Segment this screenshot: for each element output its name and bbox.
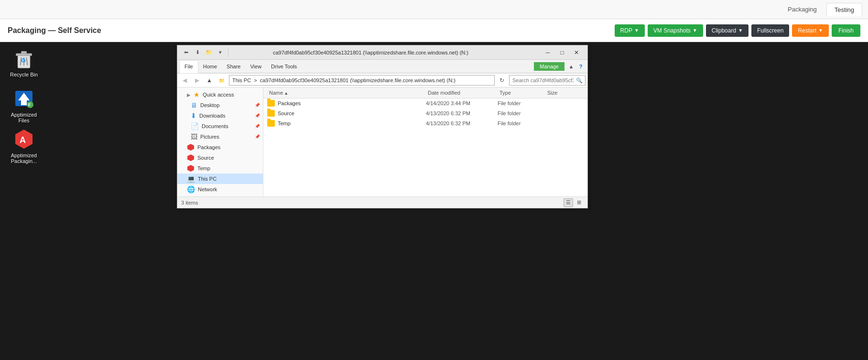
file-list: Name▲ Date modified Type Size Packages 4… [263,87,587,196]
file-row-temp[interactable]: Temp 4/13/2020 6:32 PM File folder [263,119,587,129]
col-name-header[interactable]: Name▲ [267,88,426,97]
recycle-bin-label: Recycle Bin [10,72,38,77]
nav-thispc[interactable]: 💻 This PC [177,174,263,184]
nav-documents[interactable]: 📄 Documents 📌 [177,121,263,131]
ribbon-tab-home[interactable]: Home [198,60,222,73]
back-button[interactable]: ◀ [179,75,190,86]
col-modified-header[interactable]: Date modified [426,88,498,97]
finish-button[interactable]: Finish [832,24,860,37]
search-icon: 🔍 [576,77,583,84]
ribbon-tab-file[interactable]: File [179,60,198,73]
apptimized-packaging-icon[interactable]: A Apptimized Packagin... [7,126,41,166]
manage-tab[interactable]: Manage [534,62,564,71]
apptimized-files-label: Apptimized Files [9,112,39,123]
ribbon: File Home Share View Drive Tools Manage … [177,60,587,74]
header-actions: RDP▼ VM Snapshots▼ Clipboard▼ Fullscreen… [615,24,860,37]
view-buttons: ☰ ⊞ [564,198,584,207]
ribbon-tab-drive-tools[interactable]: Drive Tools [266,60,302,73]
fullscreen-button[interactable]: Fullscreen [751,24,789,37]
file-row-source[interactable]: Source 4/13/2020 6:32 PM File folder [263,109,587,119]
address-bar-input[interactable] [229,75,495,86]
header: Packaging — Self Service RDP▼ VM Snapsho… [0,19,868,42]
file-modified: 4/14/2020 3:44 PM [426,100,498,106]
tab-packaging[interactable]: Packaging [780,3,825,16]
nav-temp[interactable]: Temp [177,163,263,174]
window-controls: ─ □ ✕ [541,47,584,58]
restart-button[interactable]: Restart▼ [792,24,829,37]
minimize-button[interactable]: ─ [541,47,555,58]
recent-locations-btn[interactable]: 📁 [217,75,227,86]
folder-icon [267,100,275,107]
file-type: File folder [498,110,545,116]
forward-button[interactable]: ▶ [192,75,202,86]
rdp-button[interactable]: RDP▼ [615,24,645,37]
explorer-body: ▶ ★ Quick access 🖥 Desktop 📌 ⬇ Downloads… [177,87,587,196]
file-modified: 4/13/2020 6:32 PM [426,110,498,116]
nav-network[interactable]: 🌐 Network [177,184,263,195]
vm-snapshots-button[interactable]: VM Snapshots▼ [648,24,703,37]
file-modified: 4/13/2020 6:32 PM [426,120,498,126]
ribbon-tab-view[interactable]: View [245,60,266,73]
col-type-header[interactable]: Type [498,88,545,97]
up-button[interactable]: ▲ [204,75,215,86]
nav-pictures[interactable]: 🖼 Pictures 📌 [177,131,263,142]
apptimized-files-icon[interactable]: F Apptimized Files [7,85,41,125]
svg-text:F: F [28,102,31,107]
nav-packages[interactable]: Packages [177,142,263,153]
svg-marker-13 [187,144,194,151]
ribbon-tab-share[interactable]: Share [222,60,245,73]
file-row-packages[interactable]: Packages 4/14/2020 3:44 PM File folder [263,98,587,109]
tab-testing[interactable]: Testing [826,3,862,16]
svg-rect-1 [16,54,32,56]
help-btn[interactable]: ? [576,62,586,71]
nav-quick-access[interactable]: ▶ ★ Quick access [177,89,263,100]
maximize-button[interactable]: □ [555,47,569,58]
page-title: Packaging — Self Service [8,26,101,35]
file-type: File folder [498,120,545,126]
ribbon-tabs: File Home Share View Drive Tools Manage … [177,60,587,73]
view-tiles-btn[interactable]: ⊞ [574,198,584,207]
folder-icon [267,110,275,117]
nav-pane: ▶ ★ Quick access 🖥 Desktop 📌 ⬇ Downloads… [177,87,263,196]
ribbon-expand-btn[interactable]: ▲ [566,62,576,71]
explorer-window: ⬅ ⬇ 📁 ▾ ca97df4fd0ab95cf30e40925a1321801… [177,45,588,208]
status-bar: 3 items ☰ ⊞ [177,196,587,208]
svg-text:♻: ♻ [21,57,26,64]
explorer-titlebar: ⬅ ⬇ 📁 ▾ ca97df4fd0ab95cf30e40925a1321801… [177,45,587,60]
svg-text:A: A [20,135,26,145]
qa-back-btn[interactable]: ⬅ [181,48,191,57]
file-type: File folder [498,100,545,106]
svg-rect-2 [22,51,27,54]
col-size-header[interactable]: Size [545,88,584,97]
close-button[interactable]: ✕ [569,47,584,58]
address-bar-row: ◀ ▶ ▲ 📁 ↻ 🔍 [177,74,587,87]
search-input[interactable] [509,75,586,86]
svg-marker-15 [187,165,194,172]
nav-downloads[interactable]: ⬇ Downloads 📌 [177,110,263,121]
apptimized-packaging-label: Apptimized Packagin... [9,153,39,164]
explorer-title: ca97df4fd0ab95cf30e40925a1321801 (\\appt… [201,50,541,55]
nav-desktop[interactable]: 🖥 Desktop 📌 [177,100,263,110]
refresh-button[interactable]: ↻ [497,75,507,86]
nav-source[interactable]: Source [177,153,263,163]
desktop: ♻ Recycle Bin F Apptimized Files A [0,42,868,360]
status-text: 3 items [181,200,198,206]
svg-marker-14 [187,154,194,161]
clipboard-button[interactable]: Clipboard▼ [706,24,749,37]
top-bar: Packaging Testing [0,0,868,19]
view-details-btn[interactable]: ☰ [564,198,573,207]
file-list-header: Name▲ Date modified Type Size [263,87,587,98]
folder-icon [267,120,275,127]
recycle-bin-icon[interactable]: ♻ Recycle Bin [7,45,41,79]
